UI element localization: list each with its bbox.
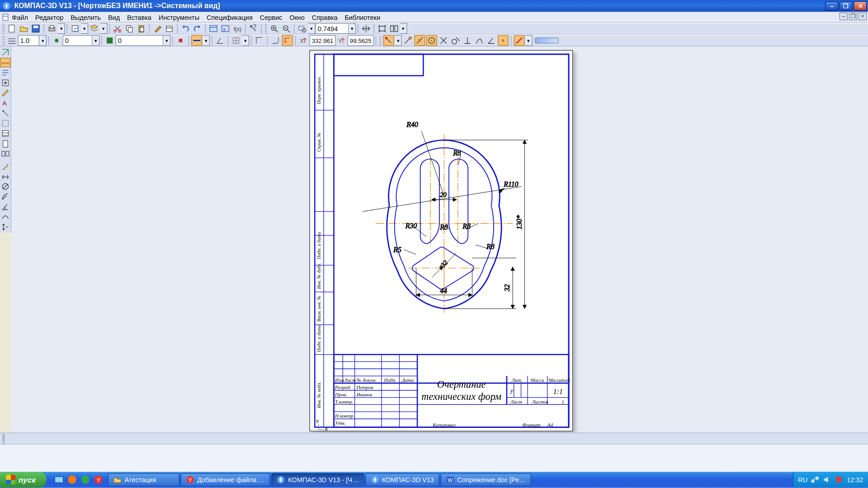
menu-file[interactable]: Файл [12,14,28,21]
layer-input[interactable] [116,35,163,46]
fx-button[interactable]: f(x) [232,23,243,34]
build-notation-button[interactable] [0,78,11,88]
help-button[interactable]: ? [248,23,259,34]
snap-mid-button[interactable] [414,35,425,46]
layer-dropdown[interactable]: ▾ [163,35,170,46]
ortho-button[interactable] [254,35,265,46]
network-icon[interactable] [811,475,819,483]
show-desktop-icon[interactable] [54,474,65,485]
toolbar-grip[interactable] [264,24,267,33]
zoom-out-button[interactable] [281,23,292,34]
dimensions-button[interactable] [0,58,11,67]
task-button[interactable]: КОМПАС-3D V13 - [Ч… [271,473,364,486]
stoparrow-button[interactable] [175,35,186,46]
task-button[interactable]: W Сопряжение.doc [Ре… [441,473,531,486]
radial-dim-button[interactable] [0,192,11,202]
fit-all-button[interactable] [389,23,400,34]
toolbar-grip[interactable] [2,36,5,45]
volume-icon[interactable] [823,475,831,483]
drawing-canvas[interactable]: Перв. примен. Справ. № Подп. и дата Инв.… [11,47,868,433]
new-button[interactable] [7,23,18,34]
pan-button[interactable] [361,23,372,34]
manager-button[interactable] [208,23,219,34]
diameter-dim-button[interactable] [0,182,11,191]
step-dropdown[interactable]: ▾ [39,35,47,46]
task-button[interactable]: КОМПАС-3D V13 [365,473,439,486]
layers-toggle-button[interactable] [7,35,18,46]
print-dropdown[interactable]: ▾ [58,23,65,34]
toolbar-grip[interactable] [2,24,5,33]
zoom-window-dropdown[interactable]: ▾ [308,23,316,34]
mdi-minimize-button[interactable]: ‒ [840,13,848,20]
state-dropdown[interactable]: ▾ [92,35,99,46]
menu-select[interactable]: Выделить [71,14,101,21]
select-button[interactable] [0,118,11,128]
menu-view[interactable]: Вид [108,14,120,21]
state-value-input[interactable] [62,35,92,46]
close-button[interactable]: ✕ [854,1,867,11]
mdi-restore-button[interactable]: ❐ [849,13,857,20]
layer-color-button[interactable] [104,35,115,46]
mdi-close-button[interactable]: × [859,13,867,20]
snap-nearest-button[interactable] [474,35,485,46]
snap-toggle-button[interactable] [383,35,394,46]
linear-dim-button[interactable] [0,172,11,181]
layers-dropdown[interactable]: ▾ [100,23,108,34]
menu-help[interactable]: Справка [312,14,338,21]
fit-dropdown[interactable]: ▾ [400,23,407,34]
menu-editor[interactable]: Редактор [35,14,63,21]
measure-button[interactable] [0,108,11,118]
parametrize-button[interactable]: A [0,99,11,108]
highlight-dropdown[interactable]: ▾ [525,35,533,46]
toolbar-grip[interactable] [2,434,5,444]
variables-button[interactable]: x [220,23,231,34]
fit-button[interactable] [377,23,387,34]
preview-dropdown[interactable]: ▾ [81,23,88,34]
angle-lock-button[interactable] [215,35,226,46]
snap-normal-button[interactable] [462,35,473,46]
menu-libraries[interactable]: Библиотеки [344,14,380,21]
reports-button[interactable] [0,139,11,148]
snap-endpoint-button[interactable] [402,35,413,46]
layers-button[interactable] [89,23,99,34]
minimize-button[interactable]: ‒ [825,1,838,11]
yandex-icon[interactable]: Y [93,474,104,485]
menu-tools[interactable]: Инструменты [159,14,199,21]
task-button[interactable]: Y Добавление файла … [181,473,270,486]
zoom-combo[interactable]: ▾ [316,23,356,34]
toolbar-grip[interactable] [379,36,382,45]
auto-line-button[interactable] [0,161,11,171]
browser1-icon[interactable] [67,474,78,485]
snap-tangent-button[interactable] [450,35,461,46]
browser2-icon[interactable] [80,474,91,485]
snap-dropdown[interactable]: ▾ [395,35,402,46]
save-button[interactable] [30,23,41,34]
state-icon[interactable] [51,35,62,46]
snap-point-button[interactable] [498,35,509,46]
copy-button[interactable] [124,23,135,34]
spec-button[interactable] [0,129,11,138]
linestyle-button[interactable] [191,35,202,46]
zoom-window-button[interactable] [297,23,308,34]
step-input[interactable] [18,35,39,46]
menu-window[interactable]: Окно [289,14,305,21]
cut-button[interactable] [112,23,123,34]
zoom-in-button[interactable] [269,23,280,34]
redo-button[interactable] [192,23,203,34]
zoom-input[interactable] [316,23,349,34]
start-button[interactable]: пуск [0,472,47,487]
clock[interactable]: 12:32 [847,476,863,483]
notation-button[interactable] [0,68,11,77]
properties-button[interactable] [164,23,175,34]
snap-intersect-button[interactable] [438,35,449,46]
paste-button[interactable] [136,23,147,34]
insert-views-button[interactable] [0,149,11,159]
grid-dropdown[interactable]: ▾ [242,35,249,46]
grid-button[interactable] [231,35,241,46]
height-dim-button[interactable] [0,222,11,232]
snap-center-button[interactable] [426,35,437,46]
maximize-button[interactable]: ❐ [840,1,853,11]
brush-button[interactable] [152,23,163,34]
shield-icon[interactable] [835,475,843,483]
lang-indicator[interactable]: RU [798,476,807,483]
